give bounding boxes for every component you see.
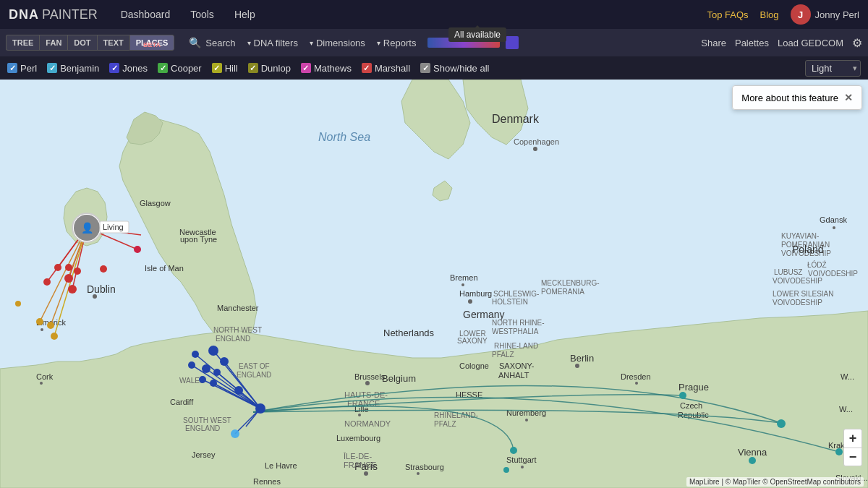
svg-text:Vienna: Vienna [738, 447, 767, 458]
nav-dashboard[interactable]: Dashboard [112, 4, 179, 25]
svg-text:Bremen: Bremen [450, 273, 478, 282]
legend-item-marshall[interactable]: ✓Marshall [362, 63, 410, 74]
svg-point-106 [188, 361, 195, 369]
dna-filters-button[interactable]: ▾ DNA filters [242, 34, 304, 52]
svg-point-77 [521, 466, 524, 468]
legend-item-mathews[interactable]: ✓Mathews [301, 63, 352, 74]
palettes-button[interactable]: Palettes [735, 38, 769, 48]
svg-text:Dublin: Dublin [87, 283, 116, 295]
svg-text:Poland: Poland [792, 244, 824, 255]
svg-text:Hamburg: Hamburg [459, 289, 492, 298]
legend-item-benjamin[interactable]: ✓Benjamin [47, 63, 99, 74]
svg-point-108 [210, 380, 217, 387]
tab-fan[interactable]: FAN [39, 35, 67, 51]
svg-point-79 [417, 472, 420, 475]
legend-item-jones[interactable]: ✓Jones [109, 63, 148, 74]
svg-point-122 [51, 333, 58, 340]
tab-places[interactable]: PLACES BETA [129, 35, 175, 51]
avatar: J [791, 4, 811, 25]
dna-filters-caret: ▾ [247, 39, 251, 47]
zoom-controls: + − [843, 429, 862, 466]
svg-text:FRANCE: FRANCE [344, 461, 376, 469]
logo-painter: PAINTER [42, 7, 98, 22]
top-faqs-link[interactable]: Top FAQs [707, 9, 748, 20]
check-box-3: ✓ [158, 63, 168, 73]
reports-caret: ▾ [377, 39, 380, 47]
zoom-out-button[interactable]: − [843, 448, 862, 466]
svg-point-121 [36, 318, 43, 325]
logo: DNA PAINTER [9, 7, 98, 22]
check-box-0: ✓ [7, 63, 17, 73]
svg-point-118 [100, 265, 107, 273]
svg-point-13 [40, 382, 43, 385]
legend-item-cooper[interactable]: ✓Cooper [158, 63, 202, 74]
svg-text:ENGLAND: ENGLAND [185, 424, 220, 432]
share-button[interactable]: Share [701, 38, 726, 48]
svg-text:LUBUSZ: LUBUSZ [774, 268, 802, 276]
color-swatch[interactable] [506, 36, 519, 49]
svg-text:Manchester: Manchester [217, 304, 259, 312]
svg-text:MECKLENBURG-: MECKLENBURG- [541, 279, 600, 287]
svg-point-101 [208, 346, 218, 356]
legend-item-dunlop[interactable]: ✓Dunlop [248, 63, 291, 74]
svg-text:Isle of Man: Isle of Man [145, 264, 184, 273]
svg-text:Cork: Cork [36, 372, 54, 381]
svg-text:Gdansk: Gdansk [820, 215, 847, 224]
settings-icon[interactable]: ⚙ [852, 36, 862, 50]
svg-point-96 [835, 448, 843, 455]
svg-text:Czech: Czech [680, 401, 702, 410]
map-svg: North Sea Denmark Copenhagen Glasgow New… [0, 80, 868, 488]
svg-point-31 [358, 414, 361, 416]
map-area[interactable]: North Sea Denmark Copenhagen Glasgow New… [0, 80, 868, 488]
svg-point-75 [525, 419, 528, 421]
svg-point-61 [635, 382, 638, 385]
svg-text:Living: Living [103, 223, 124, 231]
svg-text:Brussels: Brussels [354, 372, 386, 381]
zoom-in-button[interactable]: + [843, 429, 862, 448]
logo-dna: DNA [9, 7, 39, 22]
svg-point-99 [503, 467, 509, 473]
nav-tools[interactable]: Tools [182, 4, 223, 25]
legend-item-show/hide all[interactable]: ✓Show/hide all [420, 63, 489, 74]
tooltip-all-available: All available [448, 27, 506, 42]
svg-text:Stuttgart: Stuttgart [506, 455, 537, 464]
svg-text:PFALZ: PFALZ [434, 420, 456, 428]
svg-point-43 [468, 299, 472, 304]
svg-text:ÎLE-DE-: ÎLE-DE- [343, 452, 372, 461]
beta-badge: BETA [143, 41, 161, 48]
svg-text:Copenhagen: Copenhagen [514, 137, 559, 146]
load-gedcom-button[interactable]: Load GEDCOM [778, 38, 843, 48]
dimensions-button[interactable]: ▾ Dimensions [304, 34, 371, 52]
svg-point-114 [43, 278, 51, 286]
main-toolbar: TREE FAN DOT TEXT PLACES BETA 🔍 Search ▾… [0, 29, 868, 56]
blog-link[interactable]: Blog [760, 9, 779, 20]
svg-text:Strasbourg: Strasbourg [405, 463, 444, 471]
svg-text:SAXONY: SAXONY [457, 337, 488, 345]
reports-button[interactable]: ▾ Reports [371, 34, 422, 52]
svg-text:Jersey: Jersey [192, 450, 216, 459]
nav-help[interactable]: Help [226, 4, 264, 25]
top-nav: DNA PAINTER Dashboard Tools Help Top FAQ… [0, 0, 868, 29]
svg-point-70 [833, 226, 835, 229]
svg-point-110 [255, 403, 265, 414]
tab-tree[interactable]: TREE [6, 35, 39, 51]
info-panel-close[interactable]: ✕ [844, 92, 853, 103]
svg-text:NORMANDY: NORMANDY [344, 419, 391, 428]
legend-bar: ✓Perl✓Benjamin✓Jones✓Cooper✓Hill✓Dunlop✓… [0, 56, 868, 80]
legend-item-perl[interactable]: ✓Perl [7, 63, 37, 74]
svg-point-109 [234, 386, 243, 395]
legend-item-hill[interactable]: ✓Hill [212, 63, 238, 74]
svg-point-95 [777, 419, 786, 428]
nav-links: Dashboard Tools Help [112, 4, 264, 25]
svg-point-97 [510, 447, 517, 454]
search-button[interactable]: 🔍 Search [183, 33, 241, 52]
check-box-4: ✓ [212, 63, 222, 73]
svg-text:Cologne: Cologne [459, 361, 489, 370]
tab-dot[interactable]: DOT [67, 35, 96, 51]
user-menu[interactable]: J Jonny Perl [791, 4, 859, 25]
svg-point-9 [93, 294, 97, 299]
map-style-select[interactable]: Light Dark Satellite [805, 60, 861, 77]
svg-text:WESTPHALIA: WESTPHALIA [492, 328, 539, 335]
tab-text[interactable]: TEXT [97, 35, 129, 51]
svg-text:NORTH WEST: NORTH WEST [213, 326, 262, 334]
